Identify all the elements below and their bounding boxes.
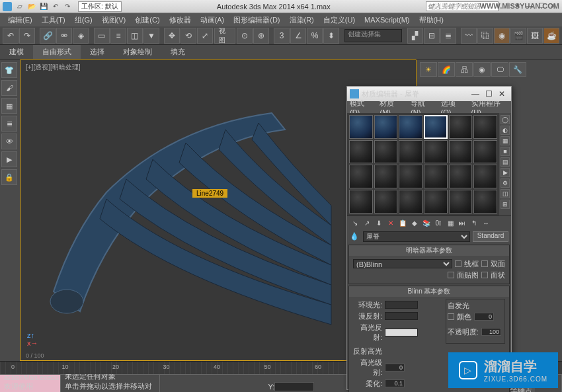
backlight-icon[interactable]: ◐ (501, 126, 510, 135)
put-library-icon[interactable]: 📚 (421, 217, 432, 228)
hierarchy-tab-icon[interactable]: 品 (456, 62, 473, 77)
facemap-checkbox[interactable] (448, 272, 454, 278)
menu-grapheditors[interactable]: 图形编辑器(D) (231, 14, 282, 26)
tool-brush-icon[interactable]: 🖌 (1, 80, 17, 96)
wire-checkbox[interactable] (455, 260, 462, 267)
material-slot[interactable] (424, 140, 448, 164)
motion-tab-icon[interactable]: ◉ (473, 62, 491, 77)
material-slot[interactable] (399, 140, 422, 164)
material-slot[interactable] (473, 190, 497, 214)
material-slot[interactable] (449, 140, 473, 164)
curve-editor-button[interactable]: 〰 (461, 28, 477, 44)
spinner-snap-button[interactable]: ⬍ (323, 28, 339, 44)
menu-rendering[interactable]: 渲染(R) (287, 14, 317, 26)
align-button[interactable]: ⊟ (424, 28, 440, 44)
tab-freeform[interactable]: 自由形式 (33, 45, 81, 59)
menu-modifiers[interactable]: 修改器 (167, 14, 194, 26)
material-slot[interactable] (349, 165, 373, 188)
material-slot[interactable] (399, 165, 422, 188)
rollup-header[interactable]: 明暗器基本参数 (349, 245, 509, 256)
render-button[interactable]: ☕ (543, 28, 559, 44)
mateditor-close-icon[interactable]: ✕ (495, 89, 508, 98)
material-slot[interactable] (449, 190, 473, 214)
speclevel-spinner[interactable]: 0 (385, 364, 405, 372)
ambient-swatch[interactable] (385, 301, 418, 309)
filter-button[interactable]: ▼ (143, 28, 159, 44)
bind-button[interactable]: ◈ (73, 28, 89, 44)
twoside-checkbox[interactable] (481, 260, 488, 267)
select-by-mat-icon[interactable]: ◫ (501, 189, 510, 198)
material-slot[interactable] (424, 190, 448, 214)
unlink-button[interactable]: ⚮ (56, 28, 72, 44)
material-slot[interactable] (473, 140, 497, 164)
diffuse-swatch[interactable] (385, 312, 418, 320)
tool-layers-icon[interactable]: ≣ (1, 116, 17, 132)
utilities-tab-icon[interactable]: 🔧 (509, 62, 526, 77)
options-icon[interactable]: ⚙ (501, 178, 510, 188)
mateditor-max-icon[interactable]: ☐ (482, 89, 495, 98)
background-icon[interactable]: ▦ (501, 136, 510, 145)
schematic-button[interactable]: ⿻ (477, 28, 493, 44)
material-slot[interactable] (449, 115, 473, 139)
material-slot[interactable] (374, 140, 398, 164)
material-slot[interactable] (399, 190, 422, 214)
pivot-button[interactable]: ⊙ (237, 28, 253, 44)
material-slot[interactable] (374, 165, 398, 188)
tab-modeling[interactable]: 建模 (0, 45, 33, 59)
reset-icon[interactable]: ✕ (385, 217, 396, 228)
tool-eye-icon[interactable]: 👁 (1, 134, 17, 149)
menu-edit[interactable]: 编辑(E) (5, 14, 35, 26)
selection-set-combo[interactable]: 创建选择集 (344, 29, 403, 42)
move-button[interactable]: ✥ (164, 28, 180, 44)
material-slot[interactable] (473, 115, 497, 139)
snap-button[interactable]: 3 (274, 28, 290, 44)
display-tab-icon[interactable]: 🖵 (491, 62, 508, 77)
menu-group[interactable]: 组(G) (72, 14, 95, 26)
material-slot[interactable] (374, 190, 398, 214)
material-slot[interactable] (349, 140, 373, 164)
material-type-button[interactable]: Standard (473, 231, 508, 242)
copy-icon[interactable]: 📋 (397, 217, 408, 228)
selfillum-spinner[interactable]: 0 (474, 313, 494, 321)
tool-play-icon[interactable]: ▶ (1, 151, 17, 167)
put-to-scene-icon[interactable]: ↗ (362, 217, 372, 228)
material-name-select[interactable]: 屋脊 (363, 231, 470, 242)
material-slot[interactable] (399, 115, 422, 139)
modify-tab-icon[interactable]: 🌈 (438, 62, 455, 77)
faceted-checkbox[interactable] (481, 272, 488, 278)
y-input[interactable] (274, 382, 314, 391)
rollup-header[interactable]: Blinn 基本参数 (349, 286, 509, 297)
material-slot[interactable] (349, 115, 373, 139)
material-slot[interactable] (473, 165, 497, 188)
new-icon[interactable]: ▱ (15, 1, 25, 12)
scale-button[interactable]: ⤢ (197, 28, 213, 44)
menu-create[interactable]: 创建(C) (132, 14, 162, 26)
mat-map-nav-icon[interactable]: ⊞ (501, 200, 510, 209)
material-slot-selected[interactable] (424, 115, 448, 139)
mat-id-icon[interactable]: 0⃣ (433, 217, 444, 228)
manip-button[interactable]: ⊕ (253, 28, 269, 44)
save-icon[interactable]: 💾 (38, 1, 49, 12)
material-slot[interactable] (349, 190, 373, 214)
shader-type-select[interactable]: (B)Blinn (353, 259, 452, 268)
menu-maxscript[interactable]: MAXScript(M) (362, 15, 412, 25)
create-tab-icon[interactable]: ☀ (420, 62, 437, 77)
go-sibling-icon[interactable]: ↔ (481, 217, 491, 228)
eyedropper-icon[interactable]: 💧 (350, 232, 360, 241)
refcoord-button[interactable]: 视图 (214, 28, 235, 44)
tab-populate[interactable]: 填充 (161, 45, 194, 59)
menu-customize[interactable]: 自定义(U) (321, 14, 358, 26)
opacity-spinner[interactable]: 100 (481, 328, 501, 336)
selfillum-checkbox[interactable] (448, 313, 454, 320)
tab-objectpaint[interactable]: 对象绘制 (114, 45, 161, 59)
menu-help[interactable]: 帮助(H) (417, 14, 446, 26)
gloss-spinner[interactable]: 0.1 (385, 379, 405, 387)
material-slot[interactable] (374, 115, 398, 139)
menu-tools[interactable]: 工具(T) (39, 14, 68, 26)
material-slot[interactable] (449, 165, 473, 188)
render-frame-button[interactable]: 🖼 (527, 28, 543, 44)
select-button[interactable]: ▭ (94, 28, 110, 44)
redo-icon[interactable]: ↷ (62, 1, 73, 12)
rotate-button[interactable]: ⟲ (181, 28, 196, 44)
mateditor-min-icon[interactable]: — (469, 89, 482, 98)
